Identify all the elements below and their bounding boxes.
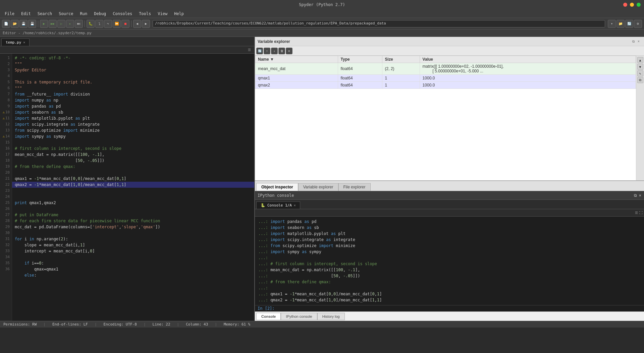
path-dropdown[interactable]: ▾ (608, 20, 616, 28)
tab-object-inspector[interactable]: Object inspector (256, 183, 298, 191)
line-num-5: 5 (0, 79, 10, 85)
var-side-copy[interactable]: ⧉ (637, 77, 643, 83)
console-expand-icon[interactable]: ⛶ (639, 211, 643, 215)
var-delete-button[interactable]: 🗑 (278, 48, 285, 54)
right-panel: Variable explorer ⧉ × 🔄 ↑ ↓ 🗑 ⚙ Name ▼ (255, 37, 644, 321)
status-memory: Memory: 61 % (224, 322, 250, 327)
bottom-tab-history[interactable]: History log (317, 313, 345, 320)
menu-search[interactable]: Search (35, 11, 55, 17)
line-num-2: 2 (0, 61, 10, 67)
line-num-10: ⚠10 (0, 109, 10, 115)
console-options-icon[interactable]: ☰ (635, 211, 638, 215)
line-num-15: 15 (0, 139, 10, 145)
nav-back-button[interactable]: ◀ (133, 20, 141, 28)
run-file-button[interactable]: ▶▶ (49, 20, 57, 28)
save-button[interactable]: 💾 (19, 20, 28, 28)
stop-button[interactable]: ■ (121, 20, 129, 28)
editor-tab-temp-py[interactable]: temp.py × (1, 39, 30, 46)
step-button[interactable]: ⤵ (95, 20, 103, 28)
menu-run[interactable]: Run (77, 11, 90, 17)
tab-close-icon[interactable]: × (23, 41, 25, 44)
table-row[interactable]: qmax2 float64 1 1000.0 (255, 82, 636, 89)
menu-debug[interactable]: Debug (91, 11, 109, 17)
bottom-tab-console[interactable]: Console (256, 313, 281, 320)
cell-name: qmax2 (255, 82, 338, 89)
editor-options-icon[interactable]: ☰ (247, 48, 252, 52)
debug-button[interactable]: 🐛 (87, 20, 95, 28)
menu-view[interactable]: View (155, 11, 170, 17)
menu-help[interactable]: Help (171, 11, 186, 17)
console-close-icon[interactable]: × (639, 193, 641, 198)
col-type[interactable]: Type (338, 56, 382, 63)
browse-button[interactable]: 📁 (616, 20, 625, 28)
var-side-up[interactable]: ▲ (637, 57, 643, 63)
var-side-down[interactable]: ▼ (637, 64, 643, 70)
editor-header: Editor - /home/robhicks/.spyder2/temp.py (0, 30, 644, 37)
var-side-edit[interactable]: ✎ (637, 70, 643, 76)
bottom-console-tabs: Console IPython console History log (255, 311, 644, 321)
var-panel-undock-icon[interactable]: ⧉ (631, 39, 636, 44)
col-size[interactable]: Size (382, 56, 420, 63)
menu-file[interactable]: File (2, 11, 17, 17)
var-export-button[interactable]: ↓ (271, 48, 278, 54)
settings-button[interactable]: ⚙ (634, 20, 642, 28)
run-button[interactable]: ▶ (40, 20, 48, 28)
open-file-button[interactable]: 📂 (11, 20, 19, 28)
menu-source[interactable]: Source (56, 11, 76, 17)
table-row[interactable]: mean_mcc_dat float64 (2, 2) matrix([[ 1.… (255, 63, 636, 75)
table-row[interactable]: qmax1 float64 1 1000.0 (255, 75, 636, 82)
console-prompt: In [2]: (258, 306, 275, 311)
cell-type: float64 (338, 75, 382, 82)
variable-explorer-header: Variable explorer ⧉ × (255, 37, 644, 46)
run-cell-button[interactable]: ▸ (66, 20, 74, 28)
run-selection-button[interactable]: ▷ (57, 20, 65, 28)
line-num-16: 16 (0, 145, 10, 152)
line-num-31: 31 (0, 236, 10, 242)
step-over-button[interactable]: ↷ (104, 20, 112, 28)
bottom-tab-ipython[interactable]: IPython console (281, 313, 317, 320)
var-import-button[interactable]: ↑ (264, 48, 270, 54)
console-tab-1[interactable]: 🐍 Console 1/A × (256, 201, 300, 209)
col-name[interactable]: Name ▼ (255, 56, 338, 63)
cell-value: matrix([[ 1.00000000e+02, -1.00000000e-0… (420, 63, 636, 75)
window-controls (623, 3, 641, 7)
menu-edit[interactable]: Edit (18, 11, 34, 17)
content-area: temp.py × ☰ 1 2 3 4 5 6 7 8 9 ⚠10 ⚠11 12… (0, 37, 644, 321)
line-num-36: 36 (0, 266, 10, 272)
tab-variable-explorer[interactable]: Variable explorer (298, 183, 338, 191)
new-file-button[interactable]: 📄 (2, 20, 10, 28)
code-area: 1 2 3 4 5 6 7 8 9 ⚠10 ⚠11 12 13 ⚠14 15 1… (0, 54, 254, 321)
menu-consoles[interactable]: Consoles (110, 11, 135, 17)
var-panel-close-icon[interactable]: × (636, 39, 641, 44)
line-num-30: 30 (0, 230, 10, 236)
menu-tools[interactable]: Tools (136, 11, 154, 17)
col-value[interactable]: Value (420, 56, 636, 63)
line-num-4: 4 (0, 73, 10, 79)
editor-tabs: temp.py × (0, 37, 254, 46)
line-num-28: 28 (0, 218, 10, 224)
console-undock-icon[interactable]: ⧉ (634, 193, 637, 198)
line-num-6: 6 (0, 85, 10, 91)
line-num-32: 32 (0, 242, 10, 248)
line-num-9: 9 (0, 103, 10, 109)
run-next-button[interactable]: ⏭ (75, 20, 83, 28)
code-content[interactable]: # -*- coding: utf-8 -*- """ Spyder Edito… (12, 54, 254, 321)
sync-button[interactable]: 🔄 (625, 20, 633, 28)
continue-button[interactable]: ⏩ (113, 20, 121, 28)
menu-bar: File Edit Search Source Run Debug Consol… (0, 9, 644, 18)
console-tab-close[interactable]: × (294, 203, 296, 207)
cell-size: 1 (382, 82, 420, 89)
var-settings-button[interactable]: ⚙ (286, 48, 292, 54)
line-num-26: 26 (0, 206, 10, 212)
close-button[interactable] (623, 3, 627, 7)
status-line: Line: 22 (153, 322, 170, 327)
line-num-33: 33 (0, 248, 10, 254)
tab-file-explorer[interactable]: File explorer (338, 183, 371, 191)
line-num-25: 25 (0, 200, 10, 206)
var-refresh-button[interactable]: 🔄 (256, 48, 263, 54)
nav-fwd-button[interactable]: ▶ (142, 20, 150, 28)
save-all-button[interactable]: 💾 (28, 20, 36, 28)
minimize-button[interactable] (630, 3, 634, 7)
status-bar: Permissions: RW | End-of-lines: LF | Enc… (0, 321, 644, 328)
maximize-button[interactable] (637, 3, 641, 7)
